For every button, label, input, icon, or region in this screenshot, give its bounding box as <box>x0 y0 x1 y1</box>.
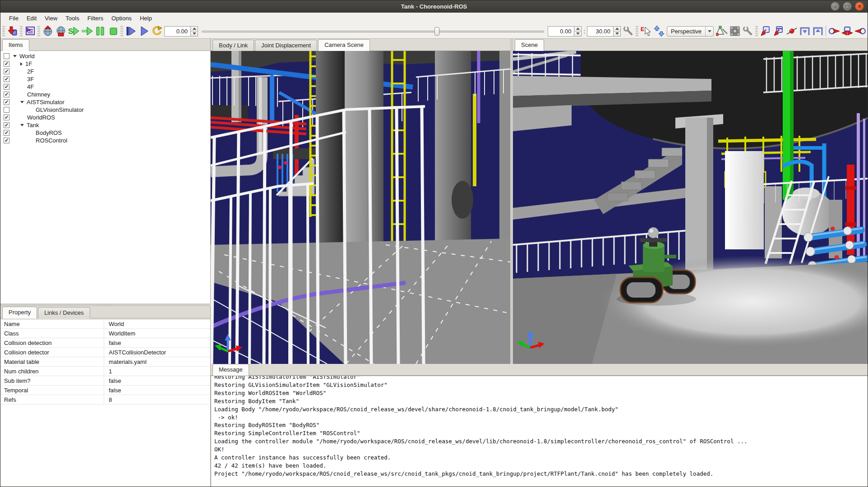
range-start-up[interactable] <box>574 27 581 31</box>
range-end-down[interactable] <box>614 31 620 36</box>
tree-item-1f[interactable]: 1F <box>0 60 210 68</box>
toolbar-grip[interactable] <box>37 26 40 37</box>
item-tree[interactable]: World 1F 2F 3F <box>0 51 210 303</box>
tree-item-world[interactable]: World <box>0 52 210 60</box>
item-checkbox[interactable] <box>4 76 9 82</box>
scene-config-wrench-icon[interactable] <box>741 25 754 37</box>
origin-in-icon[interactable] <box>798 25 811 37</box>
titlebar[interactable]: Tank - Choreonoid-ROS – ▢ ✕ <box>0 0 868 13</box>
pose-flip-icon[interactable] <box>840 25 854 37</box>
menu-help[interactable]: Help <box>136 14 156 23</box>
tree-item-worldros[interactable]: WorldROS <box>0 114 210 121</box>
tree-item-3f[interactable]: 3F <box>0 75 210 83</box>
item-checkbox[interactable] <box>4 61 9 67</box>
collision-view-icon[interactable] <box>728 25 741 37</box>
play-animation-icon[interactable] <box>137 25 150 37</box>
time-slider-handle[interactable] <box>434 27 439 36</box>
tree-item-glvisionsimulator[interactable]: GLVisionSimulator <box>0 106 210 114</box>
tab-property[interactable]: Property <box>2 307 37 318</box>
time-config-wrench-icon[interactable] <box>622 25 635 37</box>
expander-icon[interactable] <box>20 124 24 126</box>
item-checkbox[interactable] <box>4 53 9 59</box>
toolbar-grip[interactable] <box>2 26 5 37</box>
item-checkbox[interactable] <box>4 92 9 97</box>
expander-icon[interactable] <box>20 62 23 66</box>
item-checkbox[interactable] <box>4 138 9 143</box>
tab-links-devices[interactable]: Links / Devices <box>38 307 90 318</box>
range-start-value[interactable]: 0.00 <box>548 26 574 37</box>
menu-view[interactable]: View <box>41 14 61 23</box>
range-start-down[interactable] <box>574 31 581 36</box>
tree-item-aistsimulator[interactable]: AISTSimulator <box>0 98 210 106</box>
tab-camera-scene[interactable]: Camera Scene <box>318 39 370 51</box>
load-project-icon[interactable] <box>6 25 19 37</box>
camera-scene-canvas[interactable] <box>211 51 510 366</box>
time-spin-down[interactable] <box>191 31 198 36</box>
time-spinbox[interactable]: 0.00 <box>164 26 198 37</box>
origin-out-icon[interactable] <box>811 25 824 37</box>
toolbar-grip[interactable] <box>755 26 758 37</box>
time-slider-groove[interactable] <box>202 31 544 32</box>
tab-items[interactable]: Items <box>2 39 29 51</box>
time-value[interactable]: 0.00 <box>164 26 190 37</box>
body-move-bar-icon[interactable] <box>772 25 785 37</box>
scene-canvas[interactable] <box>513 51 868 366</box>
vertex-rendering-icon[interactable] <box>715 25 728 37</box>
pause-simulation-icon[interactable] <box>93 25 106 37</box>
time-slider[interactable] <box>202 26 544 37</box>
start-simulation-icon[interactable]: S <box>67 25 80 37</box>
projection-value: Perspective <box>667 28 705 35</box>
toolbar-grip[interactable] <box>20 26 23 37</box>
item-checkbox[interactable] <box>4 130 9 136</box>
center-of-mass-icon[interactable] <box>785 25 798 37</box>
item-checkbox[interactable] <box>4 122 9 128</box>
stop-simulation-icon[interactable] <box>106 25 120 37</box>
seek-start-icon[interactable] <box>124 25 137 37</box>
item-checkbox[interactable] <box>4 99 9 105</box>
pose-left-icon[interactable] <box>854 25 867 37</box>
time-spin-up[interactable] <box>191 27 198 31</box>
menu-filters[interactable]: Filters <box>83 14 107 23</box>
fit-view-icon[interactable] <box>652 25 665 37</box>
tab-message[interactable]: Message <box>212 364 249 376</box>
pose-right-icon[interactable] <box>827 25 840 37</box>
range-end-value[interactable]: 30.00 <box>587 26 613 37</box>
message-view-icon[interactable] <box>23 25 37 37</box>
restore-body-positions-icon[interactable] <box>54 25 67 37</box>
tree-item-chimney[interactable]: Chimney <box>0 91 210 98</box>
tab-scene[interactable]: Scene <box>515 39 544 51</box>
range-start-spinbox[interactable]: 0.00 <box>548 26 582 37</box>
item-checkbox[interactable] <box>4 69 9 74</box>
projection-dropdown[interactable]: Perspective <box>667 26 714 37</box>
expander-icon[interactable] <box>20 101 24 103</box>
store-body-positions-icon[interactable] <box>41 25 54 37</box>
body-move-icon[interactable] <box>759 25 772 37</box>
menu-file[interactable]: File <box>5 14 23 23</box>
tab-joint-displacement[interactable]: Joint Displacement <box>255 40 317 51</box>
maximize-button[interactable]: ▢ <box>843 2 852 11</box>
item-checkbox[interactable] <box>4 115 9 120</box>
item-checkbox[interactable] <box>4 107 9 113</box>
menu-tools[interactable]: Tools <box>61 14 83 23</box>
toolbar-grip[interactable] <box>120 26 123 37</box>
tree-item-4f[interactable]: 4F <box>0 83 210 91</box>
tree-item-2f[interactable]: 2F <box>0 68 210 75</box>
tree-item-tank[interactable]: Tank <box>0 121 210 129</box>
message-log[interactable]: Restoring AISTSimulatorItem "AISTSimulat… <box>211 376 868 487</box>
refresh-icon[interactable] <box>150 25 163 37</box>
edit-mode-icon[interactable]: E <box>639 25 652 37</box>
range-end-up[interactable] <box>614 27 620 31</box>
tree-item-bodyros[interactable]: BodyROS <box>0 129 210 137</box>
menu-options[interactable]: Options <box>107 14 136 23</box>
tab-body-link[interactable]: Body / Link <box>212 40 254 51</box>
expander-icon[interactable] <box>13 55 17 57</box>
close-button[interactable]: ✕ <box>855 2 864 11</box>
minimize-button[interactable]: – <box>831 2 840 11</box>
tree-item-roscontrol[interactable]: ROSControl <box>0 137 210 144</box>
toolbar-grip[interactable] <box>636 26 638 37</box>
menu-edit[interactable]: Edit <box>23 14 41 23</box>
item-checkbox[interactable] <box>4 84 9 90</box>
range-end-spinbox[interactable]: 30.00 <box>587 26 621 37</box>
chevron-down-icon[interactable] <box>705 27 713 36</box>
resume-simulation-icon[interactable] <box>80 25 93 37</box>
